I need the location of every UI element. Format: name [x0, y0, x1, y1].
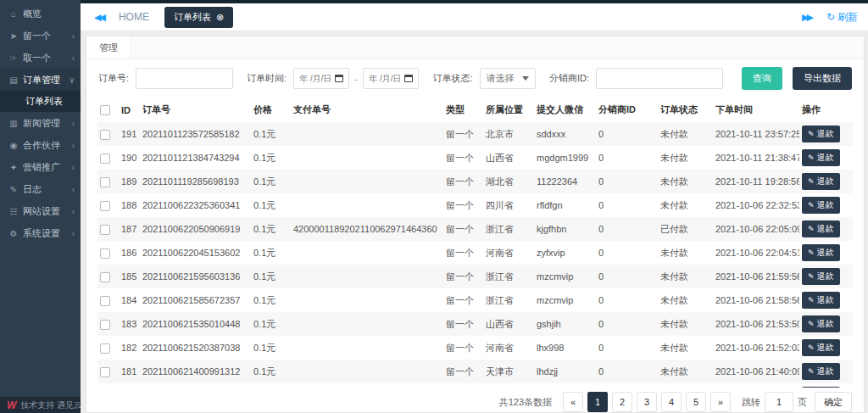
- tab-order-list[interactable]: 订单列表 ⊗: [164, 7, 233, 28]
- sidebar-item-partners[interactable]: ◉ 合作伙伴 ‹: [0, 134, 81, 156]
- sidebar-item-take-one[interactable]: ☞ 取一个 ‹: [0, 47, 81, 69]
- export-data-button[interactable]: 导出数据: [793, 67, 852, 90]
- start-date-input[interactable]: 年 /月/日: [293, 68, 349, 89]
- column-header: 订单状态: [658, 98, 713, 122]
- row-checkbox[interactable]: [100, 272, 110, 282]
- row-checkbox[interactable]: [100, 177, 110, 187]
- cell-pay-no: [291, 312, 443, 336]
- order-time-label: 订单时间:: [247, 72, 287, 85]
- column-header: 支付单号: [291, 98, 443, 122]
- close-tab-icon[interactable]: ⊗: [216, 12, 224, 23]
- refund-button[interactable]: ✎退款: [802, 315, 840, 332]
- cell-location: 浙江省: [483, 288, 534, 312]
- cell-type: 留一个: [443, 241, 483, 265]
- prev-page-button[interactable]: «: [563, 392, 583, 412]
- sidebar-item-logs[interactable]: ✎ 日志 ‹: [0, 178, 81, 200]
- chevron-icon: ‹: [72, 53, 75, 63]
- row-checkbox[interactable]: [100, 320, 110, 330]
- send-icon: ➤: [8, 31, 19, 41]
- page-number-button[interactable]: 3: [637, 392, 657, 412]
- refresh-button[interactable]: ↻刷新: [826, 10, 858, 25]
- scroll-tabs-right-icon[interactable]: ▶▶: [798, 12, 815, 23]
- cell-distributor-id: 0: [596, 360, 658, 383]
- confirm-jump-button[interactable]: 确定: [815, 392, 852, 412]
- jump-page-input[interactable]: [765, 392, 793, 412]
- cell-distributor-id: 0: [596, 122, 658, 146]
- cell-price: 0.1元: [251, 241, 291, 265]
- refund-button[interactable]: ✎退款: [802, 149, 840, 166]
- column-header: 价格: [251, 98, 291, 122]
- refund-button[interactable]: ✎退款: [802, 173, 840, 190]
- sidebar-item-overview[interactable]: ⌂ 概览: [0, 3, 81, 25]
- edit-icon: ✎: [808, 367, 815, 376]
- order-status-select[interactable]: 请选择: [480, 68, 536, 89]
- refund-button[interactable]: ✎退款: [802, 197, 840, 214]
- cell-distributor-id: 0: [596, 170, 658, 193]
- refund-button[interactable]: ✎退款: [802, 363, 840, 380]
- news-icon: ▥: [8, 119, 19, 128]
- refund-button[interactable]: ✎退款: [802, 292, 840, 309]
- app-window: ⌂ 概览 ➤ 留一个 ‹ ☞ 取一个 ‹ ▤ 订单管理 ∨ 订单列表 ▥ 新闻管…: [0, 0, 868, 413]
- refund-button[interactable]: ✎退款: [802, 126, 840, 142]
- row-checkbox[interactable]: [100, 343, 110, 354]
- table-row: 181 2021100621400991312 0.1元 留一个 天津市 lhd…: [97, 360, 853, 383]
- page-number-button[interactable]: 2: [612, 392, 632, 412]
- refund-button[interactable]: ✎退款: [802, 244, 840, 261]
- sidebar-item-site-settings[interactable]: ☷ 网站设置 ‹: [0, 200, 81, 222]
- calendar-icon[interactable]: [404, 75, 413, 82]
- cell-id: 182: [119, 336, 140, 360]
- cell-status: 未付款: [658, 265, 713, 288]
- cell-order-no: 2021101123572585182: [140, 122, 251, 146]
- distributor-id-input[interactable]: [596, 68, 723, 89]
- cell-order-no: 2021100621595603136: [140, 265, 251, 288]
- next-page-button[interactable]: »: [710, 392, 731, 412]
- chevron-icon: ∨: [69, 75, 75, 85]
- sidebar: ⌂ 概览 ➤ 留一个 ‹ ☞ 取一个 ‹ ▤ 订单管理 ∨ 订单列表 ▥ 新闻管…: [0, 0, 81, 413]
- row-checkbox[interactable]: [100, 367, 110, 377]
- sitemap-icon: ☷: [8, 207, 19, 216]
- page-number-button[interactable]: 4: [661, 392, 682, 412]
- row-checkbox[interactable]: [100, 201, 110, 211]
- select-all-checkbox[interactable]: [100, 105, 110, 115]
- row-checkbox[interactable]: [100, 296, 110, 306]
- refund-button[interactable]: ✎退款: [802, 268, 840, 285]
- row-checkbox[interactable]: [100, 153, 110, 164]
- row-checkbox[interactable]: [100, 130, 110, 140]
- calendar-icon[interactable]: [335, 75, 343, 82]
- column-header: 所属位置: [483, 98, 534, 122]
- column-header: 提交人微信: [534, 98, 596, 122]
- tab-manage[interactable]: 管理: [86, 36, 131, 59]
- megaphone-icon: ✦: [8, 163, 19, 172]
- sidebar-item-order-mgmt[interactable]: ▤ 订单管理 ∨: [0, 69, 81, 91]
- sidebar-subitem-order-list[interactable]: 订单列表: [0, 91, 81, 112]
- row-checkbox[interactable]: [100, 248, 110, 259]
- end-date-input[interactable]: 年 /月/日: [363, 68, 419, 89]
- row-checkbox[interactable]: [100, 225, 110, 235]
- page-number-button[interactable]: 1: [587, 392, 608, 412]
- cell-status: 已付款: [658, 217, 713, 241]
- cell-type: 留一个: [443, 122, 483, 146]
- order-no-input[interactable]: [136, 68, 233, 89]
- table-row: 189 2021101119285698193 0.1元 留一个 湖北省 112…: [97, 170, 853, 193]
- sidebar-item-news-mgmt[interactable]: ▥ 新闻管理 ‹: [0, 112, 81, 134]
- cell-time: 2021-10-06 21:53:50: [713, 312, 799, 336]
- page-number-button[interactable]: 5: [686, 392, 706, 412]
- tab-home[interactable]: HOME: [119, 11, 149, 23]
- sidebar-item-marketing[interactable]: ✦ 营销推广 ‹: [0, 156, 81, 178]
- cell-price: 0.1元: [251, 170, 291, 193]
- cell-id: 181: [119, 360, 140, 383]
- cell-pay-no: [291, 193, 443, 217]
- refund-button[interactable]: ✎退款: [802, 220, 840, 237]
- order-table: ID订单号价格支付单号类型所属位置提交人微信分销商ID订单状态下单时间操作 19…: [97, 98, 853, 388]
- table-row: 183 2021100621535010448 0.1元 留一个 山西省 gsh…: [97, 312, 853, 336]
- cell-distributor-id: 0: [596, 193, 658, 217]
- cell-wechat: kjgfhbn: [534, 217, 596, 241]
- sidebar-item-keep-one[interactable]: ➤ 留一个 ‹: [0, 25, 81, 47]
- cell-type: 留一个: [443, 170, 483, 193]
- refund-button[interactable]: ✎退款: [802, 339, 840, 356]
- scroll-tabs-left-icon[interactable]: ◀◀: [91, 12, 107, 23]
- table-row: 182 2021100621520387038 0.1元 留一个 河南省 lhx…: [97, 336, 853, 360]
- table-header-row: ID订单号价格支付单号类型所属位置提交人微信分销商ID订单状态下单时间操作: [97, 98, 853, 122]
- sidebar-item-system-settings[interactable]: ⚙ 系统设置 ‹: [0, 222, 81, 244]
- search-button[interactable]: 查询: [742, 67, 782, 90]
